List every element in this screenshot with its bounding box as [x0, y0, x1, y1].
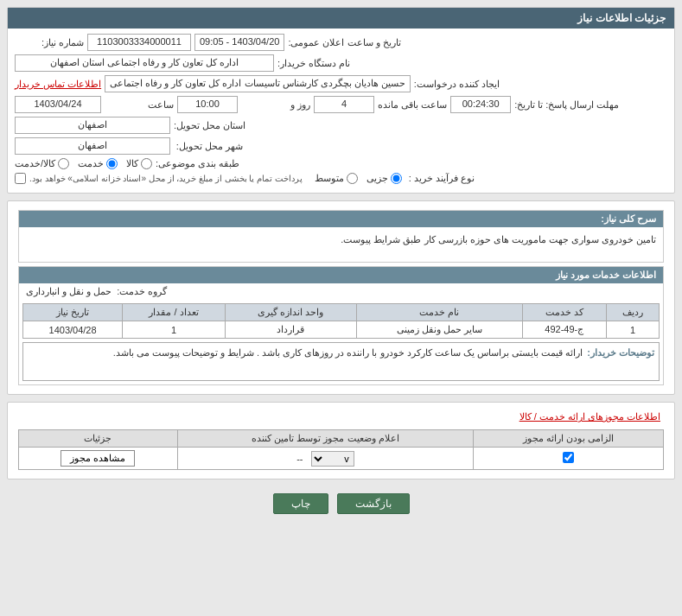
khadamat-table: ردیف کد خدمت نام خدمت واحد اندازه گیری ت…	[22, 303, 660, 339]
khadamat-section-body: سرح کلی نیاز: تامین خودروی سواری جهت مام…	[8, 201, 674, 394]
dastgah-value: اداره کل تعاون کار و رفاه اجتماعی استان …	[15, 54, 274, 72]
sarh-content: تامین خودروی سواری جهت ماموریت های حوزه …	[23, 232, 659, 257]
status-select[interactable]: v	[311, 451, 354, 467]
col-name: نام خدمت	[356, 304, 522, 321]
tabaqe-label: طبقه بندی موضوعی:	[156, 158, 239, 169]
tabaqe-khadamat-radio[interactable]	[106, 158, 118, 169]
mohlat-saet-label: ساعت باقی مانده	[378, 99, 447, 111]
sarh-koli-box: سرح کلی نیاز: تامین خودروی سواری جهت مام…	[18, 210, 664, 263]
noع-jozei-label[interactable]: جزیی	[366, 173, 402, 184]
mohlat-date-value: 1403/04/24	[15, 96, 101, 113]
tawzihat-label: توضیحات خریدار:	[585, 347, 654, 359]
gorohe-value: حمل و نقل و انبارداری	[26, 286, 112, 297]
mohlat-saet-value: 00:24:30	[450, 96, 511, 113]
col-radif: ردیف	[607, 304, 660, 321]
shomare-label: شماره نیاز:	[15, 37, 84, 48]
mojawez-link[interactable]: اطلاعات مجوزهای ارائه خدمت / کالا	[15, 408, 667, 426]
khadamat-section: سرح کلی نیاز: تامین خودروی سواری جهت مام…	[7, 200, 675, 395]
view-mojawez-button[interactable]: مشاهده مجوز	[61, 450, 135, 467]
dastgah-label: نام دستگاه خریدار:	[277, 58, 350, 69]
cell-radif: 1	[607, 321, 660, 339]
tarikh-value: 1403/04/20 - 09:05	[194, 34, 284, 51]
noع-label: نوع فرآیند خرید :	[405, 173, 475, 184]
sarh-title: سرح کلی نیاز:	[19, 211, 663, 227]
shahr-label: شهر محل تحویل:	[174, 141, 243, 152]
ijad-label: ایجاد کننده درخواست:	[414, 79, 500, 90]
tabaqe-kala-khadamat-label[interactable]: کالا/خدمت	[15, 158, 69, 169]
mojawez-row: v -- مشاهده مجوز	[19, 448, 664, 470]
page-wrapper: جزئیات اطلاعات نیاز تاریخ و ساعت اعلان ع…	[0, 0, 682, 616]
tabaqe-kala-label[interactable]: کالا	[126, 158, 152, 169]
main-section: جزئیات اطلاعات نیاز تاریخ و ساعت اعلان ع…	[7, 7, 675, 194]
mojawez-table-container: الزامی بودن ارائه مجوز اعلام وضعیت مجوز …	[18, 429, 664, 470]
info-title: اطلاعات خدمات مورد نیاز	[19, 267, 663, 283]
tawzihat-box: توضیحات خریدار: ارائه قیمت بایستی براساس…	[22, 342, 660, 381]
ostan-value: اصفهان	[15, 117, 170, 134]
col-date: تاریخ نیاز	[23, 304, 123, 321]
mohlat-roz-label: روز و	[241, 99, 310, 111]
tawzihat-value: ارائه قیمت بایستی براساس یک ساعت کارکرد …	[113, 347, 583, 358]
ijad-link[interactable]: اطلاعات تماس خریدار	[15, 79, 101, 90]
col-code: کد خدمت	[522, 304, 606, 321]
row-shomare: تاریخ و ساعت اعلان عمومی: 1403/04/20 - 0…	[15, 34, 667, 51]
tabaqe-radio-group: کالا خدمت کالا/خدمت	[15, 158, 152, 169]
tabaqe-kala-khadamat-radio[interactable]	[58, 158, 69, 169]
cell-date: 1403/04/28	[23, 321, 123, 339]
row-mohlat: مهلت ارسال پاسخ: تا تاریخ: 00:24:30 ساعت…	[15, 96, 667, 113]
col-elzami: الزامی بودن ارائه مجوز	[474, 430, 664, 448]
cell-joziyat: مشاهده مجوز	[19, 448, 178, 470]
mohlat-label: مهلت ارسال پاسخ: تا تاریخ:	[514, 99, 619, 111]
mojawez-header-row: الزامی بودن ارائه مجوز اعلام وضعیت مجوز …	[19, 430, 664, 448]
col-status: اعلام وضعیت مجوز توسط تامین کننده	[177, 430, 474, 448]
cell-quantity: 1	[123, 321, 226, 339]
row-tabaqe: طبقه بندی موضوعی: کالا خدمت کالا/خدمت	[15, 158, 667, 169]
noع-motaset-radio[interactable]	[347, 173, 358, 184]
mohlat-saet-label2: ساعت	[105, 99, 174, 111]
main-section-body: تاریخ و ساعت اعلان عمومی: 1403/04/20 - 0…	[8, 29, 674, 193]
tarikh-label: تاریخ و ساعت اعلان عمومی:	[288, 37, 400, 48]
col-unit: واحد اندازه گیری	[225, 304, 356, 321]
main-section-header: جزئیات اطلاعات نیاز	[8, 8, 674, 29]
elzami-checkbox[interactable]	[563, 452, 574, 463]
tabaqe-khadamat-label[interactable]: خدمت	[78, 158, 118, 169]
mojawez-section-body: اطلاعات مجوزهای ارائه خدمت / کالا الزامی…	[8, 403, 674, 479]
group-row: گروه خدمت: حمل و نقل و انبارداری	[19, 283, 663, 300]
mojawez-section: اطلاعات مجوزهای ارائه خدمت / کالا الزامی…	[7, 402, 675, 479]
mohlat-roz-value: 4	[314, 96, 374, 113]
row-dastgah: نام دستگاه خریدار: اداره کل تعاون کار و …	[15, 54, 667, 72]
col-joziyat: جزئیات	[19, 430, 178, 448]
row-shahr: شهر محل تحویل: اصفهان	[15, 137, 667, 155]
row-noع: نوع فرآیند خرید : جزیی متوسط پرداخت تمام…	[15, 173, 667, 184]
gorohe-label: گروه خدمت:	[117, 286, 167, 297]
table-header-row: ردیف کد خدمت نام خدمت واحد اندازه گیری ت…	[23, 304, 660, 321]
noع-radio-group: جزیی متوسط	[315, 173, 402, 184]
print-button[interactable]: چاپ	[273, 493, 328, 514]
ijad-value: حسین هادیان بچگردی کارشناس تاسیسات اداره…	[105, 75, 411, 92]
shomare-value: 1103003334000011	[87, 34, 191, 51]
pardakht-text: پرداخت تمام یا بخشی از مبلغ خرید، از محل…	[29, 174, 303, 183]
mohlat-time-value: 10:00	[177, 96, 238, 113]
shahr-value: اصفهان	[15, 137, 170, 155]
cell-elzami	[474, 448, 664, 470]
back-button[interactable]: بازگشت	[337, 493, 410, 514]
row-ostan: استان محل تحویل: اصفهان	[15, 117, 667, 134]
tabaqe-kala-radio[interactable]	[141, 158, 152, 169]
info-khadamat-box: اطلاعات خدمات مورد نیاز گروه خدمت: حمل و…	[18, 266, 664, 385]
row-ijad: ایجاد کننده درخواست: حسین هادیان بچگردی …	[15, 75, 667, 92]
khadamat-table-container: ردیف کد خدمت نام خدمت واحد اندازه گیری ت…	[22, 303, 660, 339]
col-quantity: تعداد / مقدار	[123, 304, 226, 321]
table-row: 1 ج-49-492 سایر حمل ونقل زمینی قرارداد 1…	[23, 321, 660, 339]
noع-jozei-radio[interactable]	[391, 173, 402, 184]
dash-value: --	[296, 454, 303, 464]
cell-name: سایر حمل ونقل زمینی	[356, 321, 522, 339]
ostan-label: استان محل تحویل:	[174, 120, 245, 131]
cell-status: v --	[177, 448, 474, 470]
mojawez-table: الزامی بودن ارائه مجوز اعلام وضعیت مجوز …	[18, 429, 664, 470]
pardakht-checkbox[interactable]	[15, 173, 26, 184]
cell-unit: قرارداد	[225, 321, 356, 339]
footer-buttons: بازگشت چاپ	[7, 486, 675, 521]
noع-motaset-label[interactable]: متوسط	[315, 173, 358, 184]
cell-code: ج-49-492	[522, 321, 606, 339]
